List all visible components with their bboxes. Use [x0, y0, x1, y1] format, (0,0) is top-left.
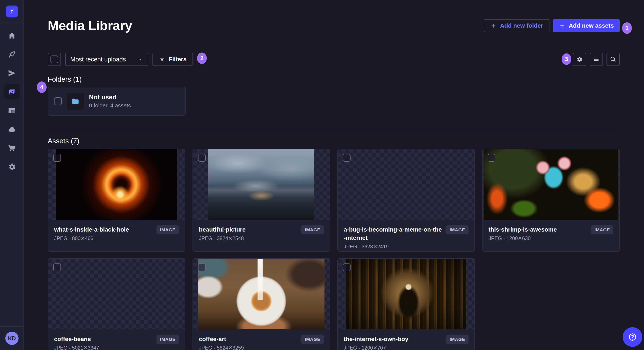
asset-meta: JPEG - 3824✕2548 [199, 235, 297, 241]
asset-image [198, 259, 324, 329]
tour-badge-1[interactable]: 1 [622, 22, 632, 34]
asset-caption-text: this-shrimp-is-awesome JPEG - 1200✕630 [488, 225, 587, 241]
asset-caption: this-shrimp-is-awesome JPEG - 1200✕630 I… [482, 220, 619, 247]
asset-type-badge: IMAGE [591, 225, 613, 234]
sidebar: KD [0, 0, 24, 350]
filters-label: Filters [169, 56, 186, 63]
toolbar: Most recent uploads Filters [48, 53, 193, 66]
user-avatar[interactable]: KD [5, 332, 18, 345]
asset-thumbnail [193, 149, 330, 220]
tour-badge-3[interactable]: 3 [562, 53, 572, 65]
asset-thumbnail [193, 259, 330, 329]
asset-thumbnail [48, 259, 185, 329]
add-new-folder-button[interactable]: Add new folder [484, 19, 550, 32]
asset-caption: beautiful-picture JPEG - 3824✕2548 IMAGE [193, 220, 330, 247]
question-mark-icon [628, 332, 637, 342]
chevron-down-icon [137, 56, 143, 62]
settings-button[interactable] [573, 53, 586, 66]
filters-button[interactable]: Filters [152, 53, 193, 66]
asset-thumbnail [338, 259, 474, 329]
cloud-icon [8, 125, 16, 134]
sidebar-divider [0, 23, 24, 23]
cart-icon [8, 144, 16, 152]
asset-checkbox[interactable] [198, 263, 206, 271]
asset-type-badge: IMAGE [301, 225, 324, 234]
sidebar-item-media-library[interactable] [4, 84, 20, 100]
asset-card[interactable]: what-s-inside-a-black-hole JPEG - 800✕46… [48, 149, 185, 252]
asset-card[interactable]: the-internet-s-own-boy JPEG - 1200✕707 I… [337, 258, 475, 350]
app-logo[interactable] [6, 5, 18, 17]
asset-title: coffee-beans [54, 335, 152, 343]
asset-checkbox[interactable] [53, 154, 61, 162]
asset-checkbox[interactable] [488, 154, 495, 162]
assets-grid: what-s-inside-a-black-hole JPEG - 800✕46… [48, 149, 620, 350]
folders-heading: Folders (1) [48, 75, 82, 83]
home-icon [8, 31, 16, 40]
asset-caption: coffee-art JPEG - 5824✕3259 IMAGE [193, 329, 330, 350]
asset-image [346, 259, 466, 329]
add-new-assets-button[interactable]: Add new assets [553, 19, 620, 32]
asset-meta: JPEG - 1200✕707 [344, 345, 442, 350]
asset-thumbnail [482, 149, 619, 220]
gear-icon [576, 56, 583, 63]
list-view-button[interactable] [590, 53, 603, 66]
asset-card[interactable]: coffee-beans JPEG - 5021✕3347 IMAGE [48, 258, 185, 350]
select-all-checkbox[interactable] [50, 55, 58, 63]
asset-image [484, 149, 618, 220]
select-all-button[interactable] [48, 53, 61, 66]
asset-title: beautiful-picture [199, 225, 297, 234]
asset-card[interactable]: coffee-art JPEG - 5824✕3259 IMAGE [192, 258, 330, 350]
asset-title: coffee-art [199, 335, 297, 343]
asset-checkbox[interactable] [343, 154, 350, 162]
folder-checkbox[interactable] [54, 97, 62, 105]
asset-card[interactable]: beautiful-picture JPEG - 3824✕2548 IMAGE [192, 149, 330, 252]
asset-type-badge: IMAGE [156, 225, 179, 234]
strapi-logo-icon [8, 8, 16, 15]
sidebar-item-deploy[interactable] [4, 122, 20, 137]
add-new-assets-label: Add new assets [568, 22, 614, 29]
plus-icon [559, 22, 565, 29]
asset-meta: JPEG - 1200✕630 [488, 235, 587, 241]
view-controls [573, 53, 620, 66]
asset-image [56, 149, 177, 220]
sidebar-item-content-manager[interactable] [4, 47, 20, 62]
help-button[interactable] [623, 327, 642, 347]
asset-checkbox[interactable] [343, 263, 350, 271]
asset-type-badge: IMAGE [301, 335, 324, 344]
asset-caption-text: what-s-inside-a-black-hole JPEG - 800✕46… [54, 225, 152, 241]
asset-image [208, 149, 314, 220]
asset-meta: JPEG - 5021✕3347 [54, 345, 152, 350]
add-new-folder-label: Add new folder [500, 22, 543, 29]
layout-icon [8, 106, 16, 115]
asset-type-badge: IMAGE [446, 225, 468, 234]
folder-card[interactable]: Not used 0 folder, 4 assets [48, 87, 186, 116]
folder-icon-tile [67, 93, 84, 110]
asset-caption: a-bug-is-becoming-a-meme-on-the-internet… [338, 220, 474, 252]
asset-type-badge: IMAGE [446, 335, 468, 344]
media-library-page: KD Media Library Add new folder Add new … [0, 0, 644, 350]
search-button[interactable] [606, 53, 620, 66]
asset-meta: JPEG - 3628✕2419 [344, 244, 442, 250]
media-icon [8, 88, 16, 96]
asset-meta: JPEG - 800✕466 [54, 235, 152, 241]
asset-checkbox[interactable] [198, 154, 206, 162]
sidebar-item-releases[interactable] [4, 65, 20, 81]
sidebar-item-content-type-builder[interactable] [4, 103, 20, 118]
sort-select[interactable]: Most recent uploads [65, 53, 148, 66]
section-divider [48, 129, 620, 129]
sidebar-item-settings[interactable] [4, 159, 20, 174]
asset-caption-text: beautiful-picture JPEG - 3824✕2548 [199, 225, 297, 241]
asset-card[interactable]: a-bug-is-becoming-a-meme-on-the-internet… [337, 149, 475, 252]
asset-caption: the-internet-s-own-boy JPEG - 1200✕707 I… [338, 329, 474, 350]
page-title: Media Library [48, 18, 132, 33]
sidebar-item-marketplace[interactable] [4, 140, 20, 156]
tour-badge-4[interactable]: 4 [37, 81, 47, 93]
asset-caption-text: coffee-beans JPEG - 5021✕3347 [54, 335, 152, 350]
gear-icon [8, 163, 16, 171]
tour-badge-2[interactable]: 2 [197, 52, 207, 64]
sidebar-item-home[interactable] [4, 28, 20, 43]
asset-checkbox[interactable] [53, 263, 61, 271]
asset-card[interactable]: this-shrimp-is-awesome JPEG - 1200✕630 I… [482, 149, 620, 252]
folder-title: Not used [89, 94, 131, 101]
asset-caption-text: the-internet-s-own-boy JPEG - 1200✕707 [344, 335, 442, 350]
